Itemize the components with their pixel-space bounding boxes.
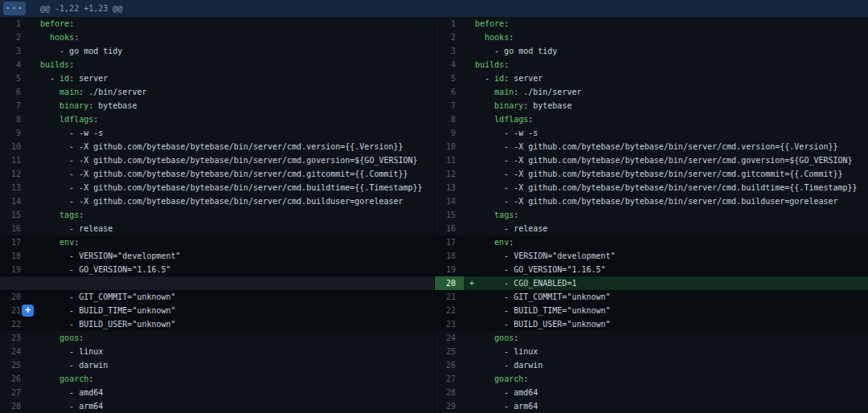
- code-line: - release: [464, 222, 868, 235]
- yaml-key: goarch: [59, 374, 88, 383]
- code-text: - BUILD_USER="unknown": [475, 320, 611, 329]
- line-number[interactable]: 14: [435, 194, 464, 208]
- code-line: tags:: [464, 208, 868, 222]
- line-number[interactable]: 7: [435, 99, 464, 112]
- line-number[interactable]: 22: [435, 304, 464, 317]
- diff-row: 3 - go mod tidy: [0, 44, 434, 58]
- line-number[interactable]: 23: [435, 317, 464, 331]
- line-number[interactable]: 11: [435, 153, 464, 167]
- code-text: : server: [504, 74, 542, 83]
- empty-diff-row: [0, 276, 434, 290]
- line-number[interactable]: 28: [435, 386, 464, 399]
- line-number[interactable]: 28: [0, 399, 29, 413]
- yaml-key: before: [475, 19, 504, 28]
- diff-row: 1before:: [0, 17, 434, 31]
- line-number[interactable]: 2: [0, 31, 29, 44]
- line-number[interactable]: 11: [0, 153, 29, 167]
- line-number[interactable]: 23: [0, 331, 29, 345]
- code-text: - GO_VERSION="1.16.5": [475, 265, 606, 274]
- diff-row: 23 goos:: [0, 331, 434, 345]
- line-number[interactable]: 16: [0, 222, 29, 235]
- line-number[interactable]: 29: [435, 399, 464, 413]
- code-text: - GO_VERSION="1.16.5": [40, 265, 171, 274]
- code-line: - release: [29, 222, 434, 235]
- line-number[interactable]: 18: [0, 249, 29, 263]
- line-number[interactable]: 10: [0, 140, 29, 153]
- line-number[interactable]: 8: [435, 112, 464, 126]
- line-number[interactable]: 15: [435, 208, 464, 222]
- line-number[interactable]: 24: [435, 331, 464, 345]
- line-number[interactable]: 16: [435, 222, 464, 235]
- line-number[interactable]: 13: [435, 181, 464, 194]
- code-line: - GIT_COMMIT="unknown": [29, 290, 434, 304]
- line-number[interactable]: 12: [435, 167, 464, 181]
- line-number[interactable]: 25: [0, 358, 29, 372]
- code-text: - -X github.com/bytebase/bytebase/bin/se…: [475, 197, 838, 206]
- code-line: - go mod tidy: [29, 44, 434, 58]
- code-text: - -X github.com/bytebase/bytebase/bin/se…: [40, 156, 418, 165]
- line-number[interactable]: 12: [0, 167, 29, 181]
- line-number[interactable]: 26: [0, 372, 29, 386]
- line-number[interactable]: 9: [0, 126, 29, 140]
- code-text: -: [40, 74, 59, 83]
- line-number[interactable]: 4: [435, 58, 464, 72]
- yaml-key: binary: [494, 101, 523, 110]
- code-text: - go mod tidy: [475, 47, 557, 55]
- line-number[interactable]: 13: [0, 181, 29, 194]
- add-comment-button[interactable]: +: [22, 305, 34, 317]
- code-line: + - CGO_ENABLED=1: [464, 276, 868, 290]
- code-text: - -w -s: [475, 129, 538, 137]
- yaml-key: goos: [494, 333, 514, 342]
- line-number[interactable]: 20: [435, 276, 464, 290]
- diff-row: 10 - -X github.com/bytebase/bytebase/bin…: [0, 140, 434, 153]
- line-number[interactable]: 5: [0, 72, 29, 85]
- diff-row: 16 - release: [0, 222, 434, 235]
- line-number[interactable]: 20: [0, 290, 29, 304]
- line-number[interactable]: 21: [435, 290, 464, 304]
- line-number[interactable]: 26: [435, 358, 464, 372]
- line-number[interactable]: 4: [0, 58, 29, 72]
- code-text: [40, 33, 50, 42]
- code-text: [475, 374, 494, 383]
- line-number[interactable]: 6: [435, 85, 464, 99]
- line-number[interactable]: 22: [0, 317, 29, 331]
- line-number[interactable]: 3: [0, 44, 29, 58]
- code-text: - amd64: [475, 388, 538, 397]
- diff-row: 7 binary: bytebase: [435, 99, 868, 112]
- code-text: - arm64: [40, 402, 103, 411]
- yaml-key: tags: [494, 211, 514, 219]
- diff-row: 9 - -w -s: [435, 126, 868, 140]
- code-line: - amd64: [464, 386, 868, 399]
- code-text: - VERSION="development": [40, 251, 181, 260]
- line-number[interactable]: 17: [0, 235, 29, 249]
- line-number[interactable]: 5: [435, 72, 464, 85]
- yaml-key: env: [494, 238, 509, 247]
- line-number[interactable]: 25: [435, 345, 464, 358]
- line-number[interactable]: 3: [435, 44, 464, 58]
- line-number[interactable]: 24: [0, 345, 29, 358]
- line-number[interactable]: 18: [435, 249, 464, 263]
- line-number[interactable]: 7: [0, 99, 29, 112]
- line-number[interactable]: 15: [0, 208, 29, 222]
- line-number[interactable]: 1: [435, 17, 464, 31]
- line-number[interactable]: 8: [0, 112, 29, 126]
- line-number[interactable]: 27: [0, 386, 29, 399]
- line-number[interactable]: 14: [0, 194, 29, 208]
- yaml-key: tags: [59, 211, 79, 219]
- line-number[interactable]: 6: [0, 85, 29, 99]
- line-number[interactable]: 1: [0, 17, 29, 31]
- diff-row: 5 - id: server: [435, 72, 868, 85]
- code-line: - -X github.com/bytebase/bytebase/bin/se…: [464, 167, 868, 181]
- code-text: :: [74, 33, 79, 42]
- line-number[interactable]: 27: [435, 372, 464, 386]
- line-number[interactable]: 2: [435, 31, 464, 44]
- line-number[interactable]: 19: [435, 263, 464, 276]
- diff-row: 14 - -X github.com/bytebase/bytebase/bin…: [435, 194, 868, 208]
- line-number[interactable]: 9: [435, 126, 464, 140]
- code-text: : bytebase: [88, 101, 137, 110]
- added-diff-row: 20+ - CGO_ENABLED=1: [435, 276, 868, 290]
- expand-hunk-button[interactable]: ···: [3, 2, 26, 15]
- line-number[interactable]: 19: [0, 263, 29, 276]
- line-number[interactable]: 17: [435, 235, 464, 249]
- line-number[interactable]: 10: [435, 140, 464, 153]
